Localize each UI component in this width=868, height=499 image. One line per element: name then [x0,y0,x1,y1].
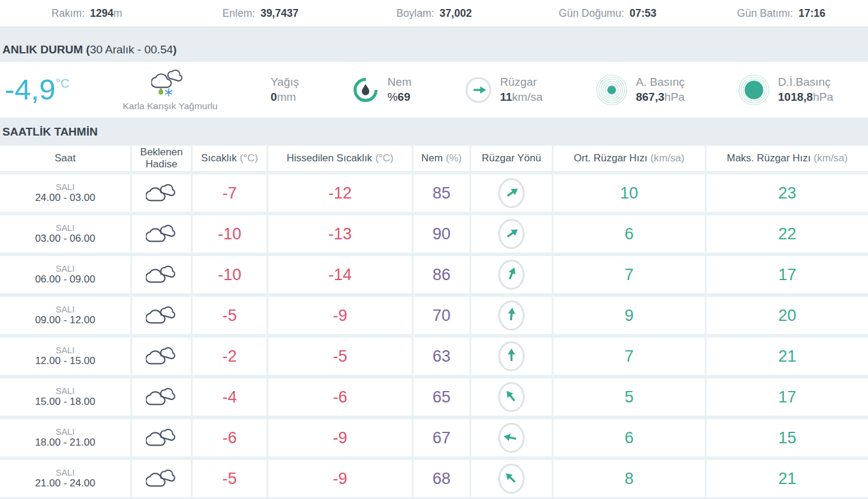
row-feels-like: -6 [268,378,412,416]
row-humidity: 85 [414,175,469,212]
humidity-gauge-icon [352,76,379,104]
row-humidity: 67 [414,419,469,456]
row-time-cell: SALI 18.00 - 21.00 [0,419,130,456]
row-condition-cell [132,175,191,212]
sleet-clouds-icon [151,68,188,99]
row-time-range: 06.00 - 09.00 [35,273,95,285]
humidity-value: 69 [397,91,410,103]
row-max-wind: 20 [707,297,868,334]
row-time-range: 03.00 - 06.00 [35,233,95,245]
row-feels-like: -5 [268,338,412,375]
wind-direction-icon [465,76,492,104]
row-day: SALI [56,345,74,355]
row-avg-wind: 7 [553,256,705,293]
row-temperature: -5 [193,297,267,334]
row-day: SALI [56,468,74,477]
row-wind-direction-cell [471,338,552,375]
row-day: SALI [56,182,74,192]
clouds-icon [146,345,177,367]
sea-pressure-metric: D.İ.Basınç 1018,8hPa [738,74,833,106]
pressure-value: 867,3 [636,91,665,103]
current-temperature: -4,9°C [5,75,70,104]
current-section-title: ANLIK DURUM ( [2,43,90,56]
col-header-max-wind: Maks. Rüzgar Hızı(km/sa) [707,146,868,171]
row-max-wind: 21 [707,460,868,497]
row-condition-cell [132,297,191,334]
pressure-metric: A. Basınç 867,3hPa [595,74,684,106]
humidity-metric: Nem %69 [352,75,411,104]
row-time-cell: SALI 03.00 - 06.00 [0,215,130,252]
row-avg-wind: 6 [553,215,705,252]
sunset-value: 17:16 [798,7,825,20]
row-max-wind: 21 [707,338,868,375]
sunrise-info: Gün Doğumu: 07:53 [521,7,695,20]
longitude-value: 37,002 [439,7,472,20]
snowflake-icon [166,89,172,96]
clouds-icon [146,386,177,408]
row-temperature: -10 [193,256,267,293]
wind-metric: Rüzgar 11km/sa [465,75,543,104]
wind-direction-icon [498,259,525,290]
wind-unit: km/sa [512,91,543,103]
wind-direction-icon [498,178,525,209]
wind-direction-icon [498,341,525,372]
row-temperature: -10 [193,215,267,252]
col-header-feels-like: Hissedilen Sıcaklık(°C) [268,146,412,171]
current-conditions-panel: -4,9°C Karla Karışık Yağmurlu Yağış 0mm [0,62,868,118]
pressure-unit: hPa [665,91,685,103]
sunrise-value: 07:53 [630,7,657,20]
row-day: SALI [56,427,74,437]
row-day: SALI [56,386,74,396]
row-avg-wind: 9 [553,297,705,334]
row-avg-wind: 8 [553,460,705,497]
station-pressure-icon [595,74,628,106]
row-time-range: 21.00 - 24.00 [35,477,95,489]
row-wind-direction-cell [471,419,552,456]
precipitation-metric: Yağış 0mm [271,75,299,104]
row-avg-wind: 10 [553,175,705,212]
row-time-range: 24.00 - 03.00 [35,192,95,204]
row-wind-direction-cell [471,175,552,212]
precip-unit: mm [277,91,296,103]
wind-direction-icon [498,218,525,250]
row-temperature: -6 [193,419,267,456]
row-condition-cell [132,419,191,456]
wind-label: Rüzgar [500,75,543,90]
clouds-icon [146,223,177,245]
altitude-unit: m [113,7,122,19]
row-condition-cell [132,256,191,293]
current-weather: Karla Karışık Yağmurlu [122,68,217,112]
row-max-wind: 17 [707,378,868,416]
row-humidity: 86 [414,256,469,293]
current-condition-label: Karla Karışık Yağmurlu [122,101,217,112]
sunset-label: Gün Batımı: [737,7,793,20]
row-time-range: 09.00 - 12.00 [35,314,95,326]
row-feels-like: -9 [268,297,412,334]
row-condition-cell [132,338,191,375]
row-humidity: 63 [414,338,469,375]
hourly-table: Saat Beklenen Hadise Sıcaklık(°C) Hissed… [0,146,868,499]
col-header-wind-direction: Rüzgar Yönü [471,146,552,171]
clouds-icon [146,264,177,285]
hourly-section-title: SAATLİK TAHMİN [2,125,98,139]
row-humidity: 68 [414,460,469,497]
latitude-info: Enlem: 39,7437 [173,7,347,20]
row-feels-like: -9 [268,419,412,456]
sea-pressure-value: 1018,8 [778,91,813,103]
row-time-cell: SALI 21.00 - 24.00 [0,460,130,497]
row-time-range: 12.00 - 15.00 [35,355,95,367]
wind-direction-icon [498,422,525,453]
sea-pressure-unit: hPa [813,91,833,103]
col-header-temperature: Sıcaklık(°C) [193,146,267,171]
clouds-icon [146,427,177,449]
row-max-wind: 17 [707,256,868,293]
row-humidity: 65 [414,378,469,416]
row-time-range: 15.00 - 18.00 [35,396,95,408]
raindrop-icon [159,88,164,95]
altitude-info: Rakım: 1294m [0,7,173,20]
altitude-label: Rakım: [52,7,85,20]
current-temperature-value: -4,9 [5,75,55,104]
row-temperature: -5 [193,460,267,497]
row-time-cell: SALI 24.00 - 03.00 [0,175,130,212]
col-header-condition: Beklenen Hadise [132,146,191,171]
